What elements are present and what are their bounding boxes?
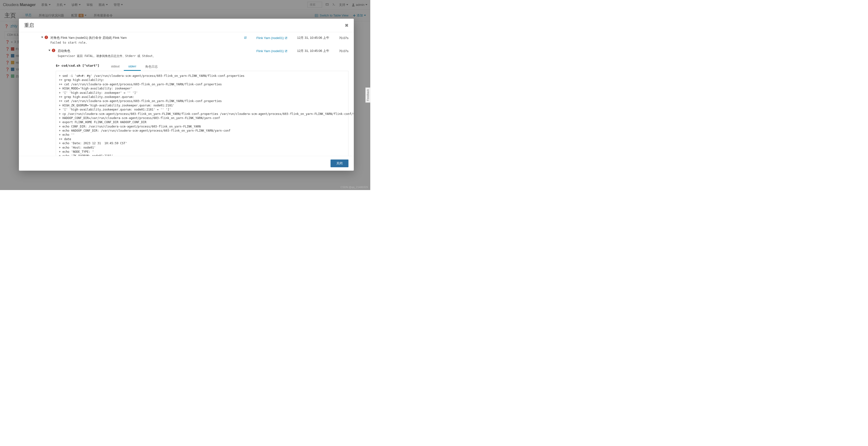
- log-text: + sed -i 's#=#: #g' /var/run/cloudera-sc…: [59, 74, 345, 156]
- tab-stdout[interactable]: stdout: [106, 63, 124, 71]
- log-output: + sed -i 's#=#: #g' /var/run/cloudera-sc…: [56, 71, 348, 156]
- close-icon[interactable]: ✖: [345, 23, 348, 28]
- role-link[interactable]: Flink Yarn (node01): [256, 36, 287, 40]
- external-link-icon: [285, 50, 287, 52]
- error-status-icon: !: [52, 49, 55, 52]
- close-button[interactable]: 关闭: [331, 159, 348, 167]
- modal-title: 重启: [24, 22, 34, 29]
- step-subtext: Failed to start role.: [51, 41, 127, 44]
- role-link[interactable]: Flink Yarn (node01): [256, 49, 287, 53]
- step-title: 对角色 Flink Yarn (node01) 执行命令 启动此 Flink Y…: [51, 36, 127, 40]
- command-line: $> csd/csd.sh ["start"]: [56, 64, 99, 67]
- error-status-icon: !: [44, 36, 48, 39]
- modal-header: 重启 ✖: [19, 19, 354, 32]
- external-link-icon: [285, 37, 287, 39]
- feedback-tab[interactable]: Feedback: [365, 88, 370, 102]
- tab-rolelog[interactable]: 角色日志: [141, 63, 162, 71]
- modal-body: ! 对角色 Flink Yarn (node01) 执行命令 启动此 Flink…: [19, 32, 354, 156]
- command-step-row: ! 对角色 Flink Yarn (node01) 执行命令 启动此 Flink…: [24, 35, 348, 45]
- command-step-row: ! 启动角色 Supervisor 返回 FATAL。请参阅角色日志文件、Std…: [24, 48, 348, 59]
- external-link-icon[interactable]: [244, 36, 247, 40]
- step-subtext: Supervisor 返回 FATAL。请参阅角色日志文件、Stderr 或 S…: [58, 54, 156, 58]
- step-title: 启动角色: [58, 49, 156, 53]
- log-tabs: stdout stderr 角色日志: [106, 63, 162, 71]
- step-timestamp: 12月 31, 10:45:06 上午: [297, 49, 329, 53]
- watermark: CSDN @qq_21480329: [340, 186, 368, 188]
- restart-modal: 重启 ✖ ! 对角色 Flink Yarn (node01) 执行命令 启动此 …: [19, 19, 354, 171]
- step-timestamp: 12月 31, 10:45:06 上午: [297, 36, 329, 40]
- step-duration: 70.07s: [339, 36, 348, 40]
- step-duration: 70.07s: [339, 49, 348, 53]
- tab-stderr[interactable]: stderr: [124, 63, 141, 71]
- chevron-down-icon[interactable]: [49, 50, 51, 51]
- modal-footer: 关闭: [19, 156, 354, 171]
- chevron-down-icon[interactable]: [41, 37, 43, 38]
